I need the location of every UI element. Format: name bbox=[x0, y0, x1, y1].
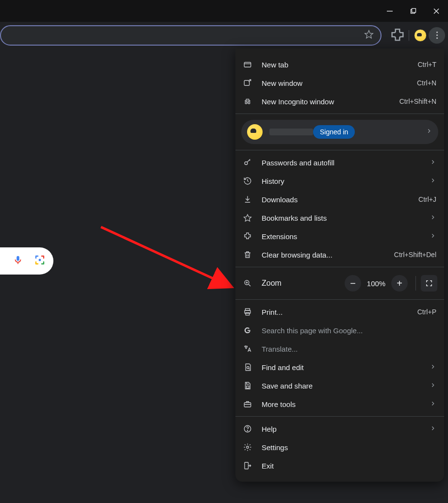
svg-point-6 bbox=[39, 259, 41, 261]
menu-zoom: Zoom − 100% + bbox=[235, 270, 444, 296]
bookmark-star-icon[interactable] bbox=[364, 30, 374, 41]
svg-rect-29 bbox=[245, 462, 249, 469]
svg-rect-25 bbox=[244, 403, 251, 407]
menu-label: Bookmarks and lists bbox=[262, 214, 430, 222]
menu-clear-browsing-data[interactable]: Clear browsing data... Ctrl+Shift+Del bbox=[235, 245, 444, 264]
menu-label: Search this page with Google... bbox=[262, 326, 436, 335]
menu-label: Translate... bbox=[262, 345, 436, 353]
new-window-icon bbox=[242, 78, 253, 88]
chevron-right-icon bbox=[430, 177, 436, 185]
annotation-arrow bbox=[97, 223, 243, 301]
svg-point-27 bbox=[247, 430, 248, 431]
menu-settings[interactable]: Settings bbox=[235, 438, 444, 456]
find-icon bbox=[242, 362, 253, 373]
menu-extensions[interactable]: Extensions bbox=[235, 227, 444, 245]
menu-label: Extensions bbox=[262, 232, 430, 241]
lens-search-icon[interactable] bbox=[34, 254, 46, 268]
svg-rect-8 bbox=[244, 63, 251, 67]
google-icon bbox=[242, 325, 253, 336]
zoom-label: Zoom bbox=[262, 279, 345, 288]
fullscreen-button[interactable] bbox=[421, 275, 437, 292]
profile-name-redacted bbox=[269, 129, 313, 135]
menu-downloads[interactable]: Downloads Ctrl+J bbox=[235, 190, 444, 209]
incognito-icon bbox=[242, 96, 253, 107]
menu-search-page[interactable]: Search this page with Google... bbox=[235, 321, 444, 340]
menu-label: New window bbox=[262, 79, 417, 87]
minimize-icon bbox=[386, 8, 393, 15]
svg-line-16 bbox=[249, 284, 250, 286]
menu-shortcut: Ctrl+Shift+N bbox=[399, 97, 436, 105]
svg-rect-2 bbox=[412, 8, 416, 12]
svg-point-11 bbox=[245, 102, 247, 104]
trash-icon bbox=[242, 249, 253, 260]
menu-label: Save and share bbox=[262, 382, 430, 390]
menu-label: New tab bbox=[262, 61, 418, 69]
menu-label: Settings bbox=[262, 443, 436, 452]
menu-shortcut: Ctrl+J bbox=[418, 195, 436, 203]
window-minimize-button[interactable] bbox=[378, 0, 401, 22]
menu-shortcut: Ctrl+T bbox=[418, 61, 437, 68]
menu-bookmarks[interactable]: Bookmarks and lists bbox=[235, 209, 444, 227]
svg-line-7 bbox=[101, 227, 232, 287]
menu-help[interactable]: Help bbox=[235, 420, 444, 438]
chrome-menu: New tab Ctrl+T New window Ctrl+N New Inc… bbox=[235, 49, 444, 482]
signed-in-badge: Signed in bbox=[313, 125, 355, 139]
window-close-button[interactable] bbox=[425, 0, 448, 22]
zoom-value: 100% bbox=[366, 279, 386, 288]
window-titlebar bbox=[0, 0, 448, 22]
menu-incognito[interactable]: New Incognito window Ctrl+Shift+N bbox=[235, 92, 444, 111]
chevron-right-icon bbox=[430, 425, 436, 433]
svg-line-23 bbox=[249, 369, 250, 370]
chrome-menu-button[interactable] bbox=[429, 27, 445, 44]
menu-new-tab[interactable]: New tab Ctrl+T bbox=[235, 55, 444, 74]
help-icon bbox=[242, 423, 253, 434]
svg-marker-14 bbox=[244, 214, 251, 221]
svg-marker-5 bbox=[365, 30, 373, 38]
menu-label: Clear browsing data... bbox=[262, 251, 394, 259]
menu-label: Help bbox=[262, 425, 430, 433]
menu-label: History bbox=[262, 177, 430, 185]
svg-rect-10 bbox=[244, 81, 249, 86]
svg-rect-24 bbox=[247, 386, 249, 389]
menu-translate[interactable]: Translate... bbox=[235, 340, 444, 358]
menu-print[interactable]: Print... Ctrl+P bbox=[235, 303, 444, 321]
star-icon bbox=[242, 212, 253, 223]
print-icon bbox=[242, 307, 253, 317]
menu-find[interactable]: Find and edit bbox=[235, 358, 444, 376]
avatar-icon bbox=[247, 124, 263, 140]
menu-shortcut: Ctrl+N bbox=[417, 79, 436, 87]
menu-more-tools[interactable]: More tools bbox=[235, 395, 444, 413]
key-icon bbox=[242, 157, 253, 168]
address-bar[interactable] bbox=[0, 25, 382, 46]
window-maximize-button[interactable] bbox=[401, 0, 425, 22]
chevron-right-icon bbox=[430, 400, 436, 408]
download-icon bbox=[242, 194, 253, 205]
save-icon bbox=[242, 380, 253, 391]
menu-profile-row[interactable]: Signed in bbox=[241, 120, 438, 144]
menu-label: Downloads bbox=[262, 195, 418, 204]
puzzle-icon bbox=[242, 231, 253, 242]
zoom-out-button[interactable]: − bbox=[345, 275, 361, 292]
menu-new-window[interactable]: New window Ctrl+N bbox=[235, 74, 444, 92]
extensions-button[interactable] bbox=[389, 27, 406, 44]
close-icon bbox=[433, 8, 440, 15]
voice-search-icon[interactable] bbox=[13, 255, 23, 267]
menu-history[interactable]: History bbox=[235, 172, 444, 190]
menu-passwords[interactable]: Passwords and autofill bbox=[235, 153, 444, 172]
search-actions-pill bbox=[0, 247, 53, 275]
menu-label: New Incognito window bbox=[262, 97, 399, 106]
menu-exit[interactable]: Exit bbox=[235, 456, 444, 475]
zoom-icon bbox=[242, 278, 253, 289]
menu-save-share[interactable]: Save and share bbox=[235, 376, 444, 395]
zoom-in-button[interactable]: + bbox=[391, 275, 408, 292]
profile-button[interactable] bbox=[412, 27, 429, 44]
svg-rect-21 bbox=[246, 313, 249, 315]
menu-shortcut: Ctrl+P bbox=[417, 308, 436, 316]
menu-label: Find and edit bbox=[262, 363, 430, 372]
zoom-separator bbox=[415, 276, 416, 291]
exit-icon bbox=[242, 460, 253, 471]
avatar-icon bbox=[414, 29, 427, 42]
svg-point-28 bbox=[247, 446, 249, 449]
toolbar-separator bbox=[409, 30, 409, 41]
toolbox-icon bbox=[242, 399, 253, 409]
